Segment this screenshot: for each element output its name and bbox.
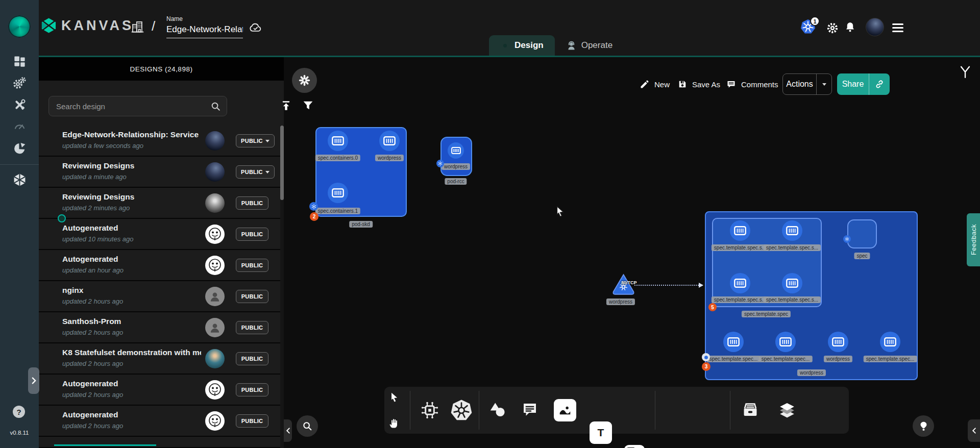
container-node[interactable] [379,131,400,151]
hamburger-menu-icon[interactable] [891,22,904,33]
components-tool[interactable] [419,399,441,421]
visibility-badge[interactable]: PUBLIC [236,383,268,396]
container-node[interactable] [828,332,848,352]
select-tool[interactable] [388,391,401,404]
kanvas-logo: KANVAS [40,17,134,34]
design-search-input[interactable] [56,96,204,116]
avatar [205,193,225,213]
container-node[interactable] [730,220,750,241]
visibility-select[interactable]: PUBLIC [236,165,275,179]
settings-gear-icon[interactable] [826,21,839,35]
collapse-panel-button[interactable] [284,419,292,442]
note-tool[interactable] [624,445,645,448]
container-node[interactable] [328,131,348,151]
design-row[interactable]: Santhosh-Prom updated 2 hours ago PUBLIC [39,312,284,343]
nav-configuration[interactable] [0,94,39,115]
layer5-sphere-logo[interactable] [8,15,31,38]
design-row[interactable]: Autogenerated updated 2 hours ago PUBLIC [39,406,284,437]
design-row[interactable]: Autogenerated updated 10 minutes ago PUB… [39,219,284,250]
design-spiral-icon [500,41,510,51]
visibility-badge[interactable]: PUBLIC [236,290,268,303]
layers-tool[interactable] [776,400,798,421]
pod-template-group-node[interactable] [712,218,822,307]
visibility-badge[interactable]: PUBLIC [236,228,268,241]
design-updated: updated 2 hours ago [62,391,123,399]
import-design-icon[interactable] [280,99,292,113]
container-node[interactable] [880,332,900,352]
expand-rail-button[interactable] [28,367,39,394]
visibility-badge[interactable]: PUBLIC [236,352,268,365]
spec-node[interactable] [847,219,877,248]
organization-icon[interactable] [131,20,144,34]
search-icon[interactable] [210,101,222,112]
node-label: spec.template.spec [742,311,791,317]
comment-tool[interactable] [520,400,540,420]
error-count-badge[interactable]: 3 [702,362,710,371]
actions-split-button[interactable]: Actions [782,73,832,95]
design-row[interactable]: K8 Statefulset demonstration with mo upd… [39,343,284,375]
cloud-sync-icon[interactable] [249,21,262,33]
service-edge[interactable] [634,285,703,286]
image-tool[interactable] [554,399,576,421]
dashboard-icon [13,55,27,68]
list-scrollbar-thumb[interactable] [280,126,284,200]
comments-button[interactable]: Comments [726,74,778,94]
dock-toggle-button[interactable] [913,415,934,437]
drawer-tool[interactable] [740,400,761,421]
container-node[interactable] [782,220,802,241]
visibility-badge[interactable]: PUBLIC [236,259,268,272]
visibility-badge[interactable]: PUBLIC [236,414,268,428]
notifications-bell-icon[interactable] [844,21,856,34]
container-node[interactable] [448,142,464,159]
design-row-partial[interactable] [39,437,284,448]
zoom-button[interactable] [297,415,318,437]
feedback-tab[interactable]: Feedback [967,213,980,266]
nav-performance[interactable] [0,115,39,136]
design-row[interactable]: Reviewing Designs updated a minute ago P… [39,157,284,188]
comment-icon [726,79,737,90]
design-row[interactable]: Reviewing Designs updated 2 minutes ago … [39,188,284,219]
user-avatar[interactable] [866,18,884,36]
design-row[interactable]: Autogenerated updated an hour ago PUBLIC [39,250,284,281]
text-tool[interactable]: T [590,421,612,444]
kubernetes-tool[interactable] [449,398,474,422]
design-name-input[interactable] [166,24,243,38]
nav-lifecycle[interactable] [0,73,39,93]
copy-link-button[interactable] [869,73,890,95]
filter-icon[interactable] [302,99,314,112]
design-title: Autogenerated [62,223,201,233]
tab-design[interactable]: Design [489,35,555,56]
canvas-menu-button[interactable] [292,68,317,93]
name-field-label: Name [166,15,243,22]
pan-tool[interactable] [388,416,401,430]
share-split-button[interactable]: Share [837,73,890,95]
nav-dashboard[interactable] [0,51,39,71]
shapes-tool[interactable] [487,400,508,420]
design-row[interactable]: Edge-Network-Relationship: Service updat… [39,126,284,157]
tab-operate[interactable]: Operate [555,35,624,56]
kubernetes-context-switcher[interactable]: 1 [800,19,824,37]
help-button[interactable]: ? [13,406,25,418]
expand-dock-button[interactable] [968,419,980,442]
visibility-badge[interactable]: PUBLIC [236,196,268,210]
design-row[interactable]: Autogenerated updated 2 hours ago PUBLIC [39,375,284,406]
flow-branch-icon[interactable] [958,64,973,80]
container-node[interactable] [723,332,744,352]
new-button[interactable]: New [640,74,670,94]
edge-arrowhead [699,283,703,288]
visibility-select[interactable]: PUBLIC [236,134,275,147]
save-as-button[interactable]: Save As [677,74,720,94]
design-updated: updated 2 hours ago [62,360,123,367]
container-node[interactable] [775,332,796,352]
error-count-badge[interactable]: 5 [708,303,717,311]
error-count-badge[interactable]: 2 [310,212,318,221]
container-node[interactable] [730,273,750,293]
k8s-badge [843,235,851,243]
nav-kanvas[interactable] [0,169,39,190]
container-node[interactable] [328,183,348,203]
design-row[interactable]: nginx updated 2 hours ago PUBLIC [39,281,284,312]
actions-dropdown-toggle[interactable] [816,74,831,94]
container-node[interactable] [782,273,802,293]
visibility-badge[interactable]: PUBLIC [236,321,268,334]
nav-extensions[interactable] [0,138,39,159]
